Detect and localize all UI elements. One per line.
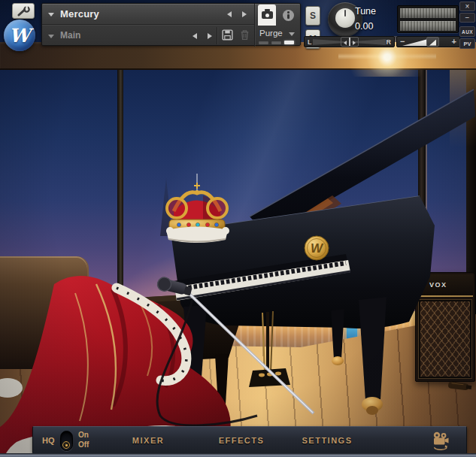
- camera-view-button[interactable]: [431, 431, 450, 450]
- output-level-meters: [397, 5, 459, 33]
- hq-toggle[interactable]: [60, 431, 73, 451]
- hq-toggle-knob: [62, 441, 70, 449]
- window-bottom-edge: [0, 453, 476, 457]
- tab-settings[interactable]: SETTINGS: [301, 436, 353, 445]
- next-instrument-arrow[interactable]: [242, 11, 247, 17]
- trash-icon: [238, 29, 251, 41]
- bottle: [448, 381, 472, 391]
- tools-button[interactable]: [12, 3, 35, 19]
- next-group-arrow[interactable]: [208, 33, 212, 39]
- snapshot-tabs-block: Purge: [254, 4, 302, 47]
- hq-label: HQ: [42, 436, 55, 445]
- close-button[interactable]: ×: [459, 2, 475, 11]
- volume-plus[interactable]: +: [452, 37, 456, 46]
- purge-led: [284, 41, 294, 44]
- prev-group-arrow[interactable]: [193, 33, 197, 39]
- pv-button[interactable]: PV: [459, 38, 475, 49]
- kontakt-instrument-window: VOX: [0, 0, 476, 457]
- floppy-disk-icon: [221, 29, 234, 41]
- tab-mixer[interactable]: MIXER: [122, 436, 174, 445]
- instrument-collapse-caret[interactable]: [48, 13, 54, 17]
- pan-handle[interactable]: [341, 37, 359, 47]
- pan-slider[interactable]: L R: [304, 36, 395, 47]
- purge-led: [259, 41, 268, 44]
- group-row: Main: [42, 25, 254, 47]
- snapshot-tab[interactable]: [258, 5, 276, 26]
- wrench-icon: [16, 6, 31, 17]
- tune-label: Tune: [355, 6, 376, 17]
- piano-badge-letter: W: [311, 241, 324, 256]
- tab-effects[interactable]: EFFECTS: [215, 436, 268, 445]
- scene-foreground: W: [0, 0, 476, 457]
- divider: [217, 27, 217, 44]
- instrument-name: Mercury: [60, 8, 99, 20]
- info-tab[interactable]: [279, 5, 297, 26]
- volume-level-wedge: [402, 39, 428, 46]
- volume-minus[interactable]: −: [400, 37, 405, 46]
- instrument-row: Mercury: [42, 4, 254, 25]
- purge-led: [271, 41, 281, 44]
- pan-right-label: R: [387, 38, 392, 46]
- aux-button[interactable]: AUX: [459, 26, 475, 37]
- meter-right-channel: [400, 21, 456, 31]
- tune-value[interactable]: 0.00: [355, 21, 373, 32]
- group-collapse-caret[interactable]: [48, 35, 54, 38]
- volume-handle[interactable]: [426, 37, 439, 47]
- toggle-on-label[interactable]: On: [78, 431, 89, 439]
- info-icon: [283, 10, 294, 21]
- camera-icon: [262, 11, 273, 19]
- logo-letter: W: [9, 25, 30, 47]
- royal-crown: [166, 174, 229, 243]
- scene-artwork: VOX: [0, 0, 476, 457]
- prev-instrument-arrow[interactable]: [227, 11, 232, 17]
- toggle-off-label[interactable]: Off: [78, 440, 89, 449]
- group-name: Main: [60, 30, 80, 41]
- tune-knob-cap: [335, 8, 355, 28]
- chevron-down-icon[interactable]: [289, 32, 295, 36]
- purge-menu[interactable]: Purge: [259, 29, 283, 38]
- film-camera-icon: [431, 431, 450, 450]
- volume-slider[interactable]: − +: [396, 36, 460, 47]
- pan-left-label: L: [308, 38, 312, 46]
- wavesfactory-logo: W: [4, 20, 35, 51]
- meter-left-channel: [400, 8, 456, 18]
- minimize-button[interactable]: −: [459, 13, 475, 23]
- instrument-header-panel: Mercury Main: [41, 3, 301, 46]
- bottom-navigation-bar: HQ On Off MIXER EFFECTS SETTINGS: [32, 426, 467, 454]
- solo-button[interactable]: S: [305, 6, 320, 26]
